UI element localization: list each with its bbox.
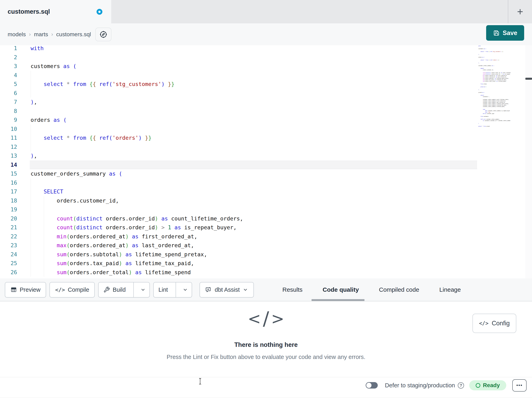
preview-button[interactable]: Preview (5, 282, 46, 298)
code-line[interactable]: 6 (0, 89, 532, 98)
line-number: 25 (0, 259, 17, 268)
indent-guide (31, 143, 31, 152)
code-brackets-icon: </> (55, 287, 65, 293)
status-bar-controls: Defer to staging/production ? Ready ••• (366, 379, 526, 392)
defer-toggle[interactable] (366, 382, 378, 389)
code-lines: 1with23customers as (45 select * from {{… (0, 45, 532, 277)
code-editor[interactable]: 1with23customers as (45 select * from {{… (0, 45, 532, 278)
compile-label: Compile (68, 287, 89, 293)
help-icon[interactable]: ? (458, 382, 464, 389)
code-line[interactable]: 12 (0, 143, 532, 152)
line-number: 12 (0, 143, 17, 152)
new-tab-button[interactable]: + (513, 5, 527, 19)
compass-icon (99, 30, 108, 39)
config-button[interactable]: </> Config (472, 314, 516, 333)
editor-scrollbar-thumb[interactable] (525, 78, 532, 80)
save-button[interactable]: Save (486, 25, 524, 41)
dbt-assist-button[interactable]: dbt Assist (200, 282, 254, 298)
active-line-highlight (30, 161, 477, 169)
line-number: 2 (0, 53, 17, 62)
breadcrumb: models › marts › customers.sql (8, 31, 91, 38)
line-number: 20 (0, 214, 17, 223)
code-line[interactable]: 14 (0, 160, 532, 170)
lint-label: Lint (158, 287, 168, 293)
code-line[interactable]: 9orders as ( (0, 116, 532, 125)
tab-lineage[interactable]: Lineage (439, 286, 461, 293)
editor-scrollbar-track[interactable] (525, 45, 532, 278)
code-line[interactable]: 13), (0, 151, 532, 160)
code-line[interactable]: 10 (0, 125, 532, 134)
line-number: 7 (0, 98, 17, 107)
file-header-row: models › marts › customers.sql (0, 23, 532, 45)
code-line[interactable]: 8 (0, 107, 532, 116)
button-divider (133, 282, 134, 297)
code-line[interactable]: 22 min(orders.ordered_at) as first_order… (0, 232, 532, 241)
minimap-content: with customers as ( select * from {{ ref… (478, 45, 510, 127)
chevron-down-icon (140, 287, 146, 293)
tab-results[interactable]: Results (282, 286, 303, 293)
breadcrumb-marts[interactable]: marts (34, 31, 48, 38)
status-badge: Ready (469, 380, 506, 390)
editor-toolbar: Preview </> Compile Build (0, 278, 532, 301)
ready-circle-icon (476, 383, 480, 388)
lint-dropdown-button[interactable] (179, 282, 192, 297)
breadcrumb-separator: › (29, 31, 31, 38)
indent-guide (31, 71, 31, 80)
code-line[interactable]: 7), (0, 98, 532, 107)
line-number: 14 (0, 160, 17, 170)
code-line[interactable]: 23 max(orders.ordered_at) as last_ordere… (0, 241, 532, 250)
tab-code-quality[interactable]: Code quality (323, 286, 359, 293)
code-line[interactable]: 25 sum(orders.tax_paid) as lifetime_tax_… (0, 259, 532, 268)
line-number: 22 (0, 232, 17, 241)
code-line[interactable]: 26 sum(orders.order_total) as lifetime_s… (0, 268, 532, 277)
code-line[interactable]: 24 sum(orders.subtotal) as lifetime_spen… (0, 250, 532, 259)
minimap[interactable]: with customers as ( select * from {{ ref… (478, 45, 511, 134)
compile-button[interactable]: </> Compile (50, 282, 95, 298)
file-tab-customers-sql[interactable]: customers.sql (0, 0, 111, 23)
code-brackets-icon: </> (479, 320, 488, 326)
code-line[interactable]: 5 select * from {{ ref('stg_customers') … (0, 80, 532, 89)
code-line[interactable]: 2 (0, 53, 532, 62)
file-tab-title: customers.sql (8, 8, 50, 15)
code-line[interactable]: 16 (0, 178, 532, 187)
code-line[interactable]: 17 SELECT (0, 187, 532, 196)
line-number: 21 (0, 223, 17, 232)
defer-label: Defer to staging/production (385, 382, 455, 389)
tab-bar-divider (508, 0, 508, 23)
code-line[interactable]: 4 (0, 71, 532, 80)
text-cursor-pointer (198, 378, 202, 385)
chevron-down-icon (183, 287, 188, 293)
save-label: Save (503, 29, 517, 37)
line-number: 10 (0, 125, 17, 134)
config-label: Config (492, 320, 510, 327)
code-line[interactable]: 1with (0, 45, 532, 53)
line-number: 26 (0, 268, 17, 277)
lint-button[interactable]: Lint (154, 282, 173, 297)
navigate-button[interactable] (95, 28, 111, 41)
breadcrumb-models[interactable]: models (8, 31, 26, 38)
code-line[interactable]: 19 (0, 205, 532, 214)
save-icon (493, 30, 500, 36)
indent-guide (31, 205, 31, 214)
code-line[interactable]: 3customers as ( (0, 62, 532, 71)
indent-guide (44, 205, 44, 214)
line-number: 8 (0, 107, 17, 116)
line-number: 9 (0, 116, 17, 125)
more-options-button[interactable]: ••• (512, 379, 526, 391)
ellipsis-icon: ••• (516, 383, 523, 388)
code-line[interactable]: 11 select * from {{ ref('orders') }} (0, 133, 532, 143)
code-line[interactable]: 21 count(distinct orders.order_id) > 1 a… (0, 223, 532, 232)
code-line[interactable]: 20 count(distinct orders.order_id) as co… (0, 214, 532, 223)
build-dropdown-button[interactable] (137, 282, 149, 297)
code-line[interactable]: 15customer_orders_summary as ( (0, 169, 532, 178)
tab-compiled-code[interactable]: Compiled code (379, 286, 419, 293)
line-number: 4 (0, 71, 17, 80)
line-number: 17 (0, 187, 17, 196)
code-line[interactable]: 18 orders.customer_id, (0, 196, 532, 205)
line-number: 11 (0, 133, 17, 143)
tab-bar: customers.sql + (0, 0, 532, 23)
indent-guide (31, 178, 31, 187)
build-button[interactable]: Build (99, 282, 131, 297)
wrench-icon (103, 287, 110, 293)
chevron-down-icon (243, 287, 248, 293)
